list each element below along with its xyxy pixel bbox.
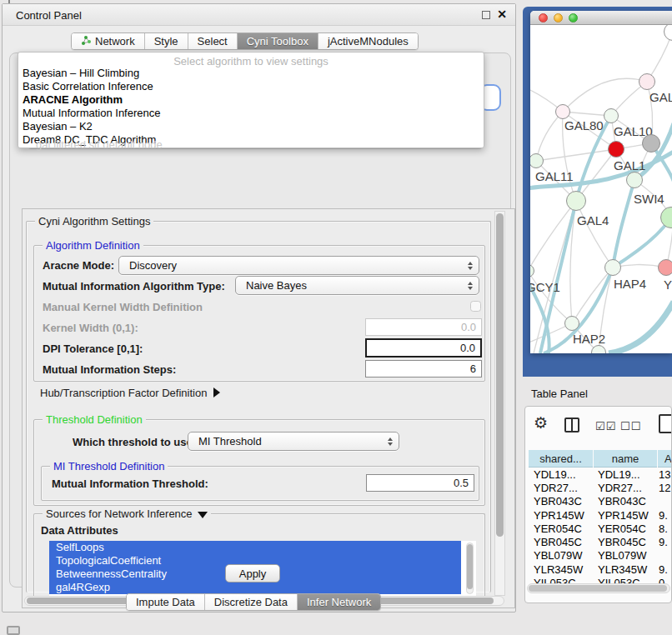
settings-vertical-scrollbar[interactable]: [494, 211, 505, 596]
network-node-gal[interactable]: [639, 73, 655, 90]
mi-threshold-field[interactable]: 0.5: [366, 474, 474, 492]
scrollbar-thumb[interactable]: [496, 213, 504, 537]
table-horizontal-scrollbar[interactable]: [527, 583, 670, 593]
panel-title: Control Panel: [16, 9, 82, 22]
columns-icon[interactable]: [564, 418, 579, 432]
tab-label: Discretize Data: [214, 596, 288, 608]
algorithm-definition-group: Algorithm Definition Aracne Mode: Discov…: [33, 245, 485, 382]
apply-button[interactable]: Apply: [225, 564, 280, 582]
algorithm-option[interactable]: Bayesian – K2: [18, 120, 484, 133]
tab-discretize-data[interactable]: Discretize Data: [205, 594, 298, 610]
node-label: HAP4: [614, 277, 646, 291]
network-edge[interactable]: [609, 302, 672, 353]
tab-style[interactable]: Style: [145, 33, 188, 49]
deselect-all-icon[interactable]: ☐☐: [620, 420, 641, 432]
manual-kernel-checkbox[interactable]: [470, 301, 481, 312]
sources-toggle[interactable]: Sources for Network Inference: [43, 508, 211, 520]
table-cell: YPR145W: [593, 509, 656, 522]
tab-label: Network: [95, 35, 135, 48]
sources-title: Sources for Network Inference: [46, 508, 193, 520]
mi-steps-label: Mutual Information Steps:: [43, 363, 176, 376]
network-node-gal80[interactable]: [555, 104, 570, 119]
network-edge[interactable]: [563, 78, 647, 112]
list-vertical-scrollbar[interactable]: [466, 542, 474, 594]
table-row[interactable]: YBL079WYBL079W: [529, 549, 672, 562]
group-title: MI Threshold Definition: [50, 460, 168, 472]
algorithm-option[interactable]: Basic Correlation Inference: [18, 80, 484, 93]
algorithm-option[interactable]: Mutual Information Inference: [18, 107, 484, 120]
close-icon[interactable]: ✕: [497, 8, 507, 21]
attribute-list-item[interactable]: SelfLoops: [49, 541, 461, 554]
network-edge[interactable]: [576, 201, 613, 268]
mi-steps-field[interactable]: 6: [365, 360, 482, 378]
table-cell: 8.: [656, 522, 672, 535]
mi-type-select[interactable]: Naive Bayes: [235, 276, 479, 295]
algorithm-option[interactable]: ARACNE Algorithm: [18, 93, 484, 107]
table-row[interactable]: YBR045CYBR045C9.: [529, 535, 672, 548]
tab-select[interactable]: Select: [188, 33, 238, 49]
aracne-mode-label: Aracne Mode:: [43, 259, 114, 272]
attribute-list-item[interactable]: gal4RGexp: [49, 581, 461, 594]
table-cell: YBR045C: [529, 536, 593, 548]
table-cell: YDL19...: [593, 468, 656, 481]
table-cell: YLR345W: [593, 563, 656, 576]
spinner-arrows-icon: [388, 438, 393, 446]
close-traffic-light-icon[interactable]: [539, 13, 548, 22]
aracne-mode-select[interactable]: Discovery: [118, 256, 479, 275]
gear-icon[interactable]: ⚙: [534, 413, 548, 432]
new-table-icon[interactable]: [659, 414, 672, 433]
tab-jactivemnodules[interactable]: jActiveMNodules: [318, 33, 418, 49]
network-node-hap2[interactable]: [564, 316, 579, 331]
table-row[interactable]: YLR345WYLR345W9.: [529, 562, 672, 576]
which-threshold-select[interactable]: MI Threshold: [188, 432, 399, 451]
cyni-bottom-tab-bar: Impute DataDiscretize DataInfer Network: [126, 593, 381, 611]
table-row[interactable]: YER054CYER054C8.: [529, 522, 672, 535]
kernel-width-field[interactable]: 0.0: [365, 318, 482, 336]
table-row[interactable]: YDL19...YDL19...13: [529, 468, 672, 481]
hub-definition-toggle[interactable]: Hub/Transcription Factor Definition: [40, 387, 220, 399]
network-window[interactable]: GALGAL80GAL10GAL1GAL11SWI4GAL4HAP4YGCY1H…: [530, 11, 672, 353]
float-panel-icon[interactable]: [482, 11, 490, 19]
minimize-traffic-light-icon[interactable]: [554, 13, 563, 22]
dpi-tolerance-value: 0.0: [460, 342, 475, 354]
column-header-name[interactable]: name: [594, 450, 657, 468]
dpi-tolerance-field[interactable]: 0.0: [365, 338, 482, 358]
node-label: GAL1: [614, 158, 645, 172]
network-node-gal1[interactable]: [608, 141, 624, 158]
tab-cyni-toolbox[interactable]: Cyni Toolbox: [238, 33, 318, 49]
network-canvas[interactable]: GALGAL80GAL10GAL1GAL11SWI4GAL4HAP4YGCY1H…: [530, 25, 672, 353]
threshold-definition-group: Threshold Definition Which threshold to …: [33, 419, 485, 506]
network-node-gal10[interactable]: [604, 108, 619, 123]
tab-network[interactable]: Network: [72, 33, 145, 49]
tab-impute-data[interactable]: Impute Data: [127, 594, 205, 610]
algorithm-option[interactable]: Bayesian – Hill Climbing: [18, 67, 484, 80]
network-window-titlebar[interactable]: [530, 11, 672, 25]
tab-infer-network[interactable]: Infer Network: [298, 594, 380, 610]
table-cell: YDR27...: [529, 482, 593, 494]
table-row[interactable]: YBR043CYBR043C: [529, 495, 672, 508]
panel-grip-icon[interactable]: [7, 626, 20, 635]
table-cell: YDR27...: [593, 482, 656, 494]
network-node-y[interactable]: [658, 259, 672, 276]
aracne-mode-value: Discovery: [129, 259, 177, 272]
select-all-icon[interactable]: ☑☑: [595, 420, 616, 432]
zoom-traffic-light-icon[interactable]: [569, 13, 578, 22]
mi-threshold-value: 0.5: [454, 477, 469, 489]
table-cell: YBR045C: [593, 536, 656, 548]
network-edge[interactable]: [536, 112, 563, 161]
scrollbar-thumb[interactable]: [467, 544, 473, 589]
table-row[interactable]: YDR27...YDR27...12: [529, 481, 672, 494]
column-header-shared[interactable]: shared...: [529, 450, 593, 468]
scrollbar-thumb[interactable]: [529, 585, 667, 592]
network-edge[interactable]: [536, 149, 616, 161]
column-header-a[interactable]: A: [658, 450, 672, 468]
network-node-swi4[interactable]: [626, 172, 643, 188]
network-node[interactable]: [642, 134, 660, 152]
group-title: Algorithm Definition: [43, 239, 143, 252]
network-node-gal4[interactable]: [566, 191, 586, 211]
network-node-hap4[interactable]: [604, 259, 621, 276]
table-cell: YDL19...: [529, 468, 593, 481]
control-panel-tab-bar: NetworkStyleSelectCyni ToolboxjActiveMNo…: [71, 32, 419, 50]
table-row[interactable]: YPR145WYPR145W9.: [529, 508, 672, 522]
manual-kernel-label: Manual Kernel Width Definition: [43, 301, 203, 313]
